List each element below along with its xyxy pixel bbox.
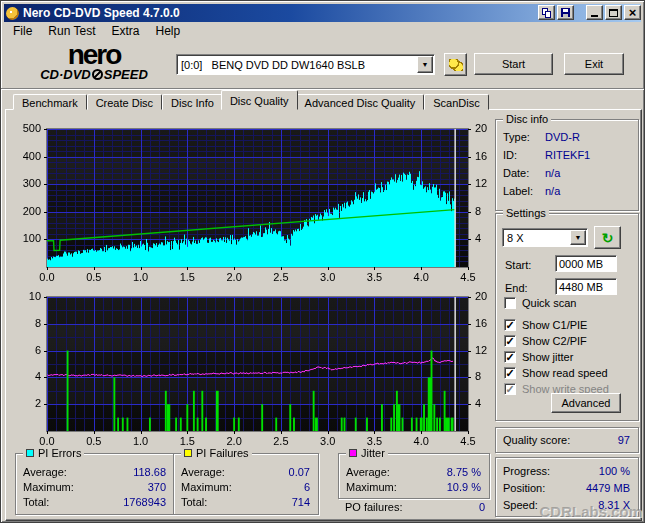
- quality-score-label: Quality score:: [503, 434, 570, 447]
- menubar: File Run Test Extra Help: [5, 23, 188, 40]
- logo-cddvd-text: CD·DVD: [40, 67, 91, 82]
- pi-failures-legend-swatch: [184, 449, 192, 457]
- start-position-input[interactable]: 0000 MB: [555, 255, 617, 272]
- maximize-button[interactable]: [605, 5, 622, 20]
- drive-select-value: [0:0] BENQ DVD DD DW1640 BSLB: [177, 59, 416, 71]
- advanced-button[interactable]: Advanced: [551, 393, 621, 413]
- show-c1-pie-checkbox[interactable]: ✓: [504, 319, 516, 331]
- eject-button[interactable]: [444, 53, 467, 76]
- show-c1-pie-row: ✓ Show C1/PIE: [504, 318, 587, 331]
- settings-title: Settings: [503, 207, 549, 219]
- show-c2-pif-row: ✓ Show C2/PIF: [504, 334, 587, 347]
- disc-info-title: Disc info: [503, 113, 551, 125]
- speed-value: 8.31 X: [598, 499, 630, 512]
- end-position-input[interactable]: 4480 MB: [555, 278, 617, 295]
- chevron-down-icon: ▼: [422, 61, 429, 68]
- exit-button[interactable]: Exit: [564, 53, 624, 75]
- logo-speed-text: SPEED: [104, 67, 148, 82]
- po-failures-label: PO failures:: [345, 501, 402, 514]
- tab-benchmark[interactable]: Benchmark: [13, 94, 87, 110]
- end-position-label: End:: [505, 282, 528, 294]
- show-jitter-checkbox[interactable]: ✓: [504, 351, 516, 363]
- pi-failures-total: 714: [292, 496, 310, 509]
- minimize-button[interactable]: [586, 5, 603, 20]
- speed-row: Speed:8.31 X: [503, 499, 630, 512]
- quality-score-value: 97: [618, 434, 630, 447]
- pi-errors-average: 118.68: [133, 466, 166, 479]
- minimize-icon: [591, 15, 598, 17]
- nero-logo-text: nero: [15, 43, 173, 67]
- pi-errors-maximum: 370: [148, 481, 166, 494]
- eject-icon: [449, 59, 463, 71]
- nero-logo: nero CD·DVD SPEED: [15, 43, 173, 82]
- tab-disc-quality[interactable]: Disc Quality: [221, 90, 298, 110]
- pi-failures-maximum: 6: [304, 481, 310, 494]
- disc-id-row: ID:RITEKF1: [503, 149, 628, 161]
- copy-icon: [542, 8, 551, 18]
- disc-date-value: n/a: [545, 167, 560, 179]
- pi-errors-legend-swatch: [26, 449, 34, 457]
- speed-select-value: 8 X: [503, 232, 569, 244]
- menu-help[interactable]: Help: [148, 22, 189, 41]
- jitter-average: 8.75 %: [447, 466, 481, 479]
- po-failures-value: 0: [479, 501, 485, 514]
- pi-errors-title: PI Errors: [38, 447, 81, 459]
- menu-file[interactable]: File: [5, 22, 40, 41]
- speed-select-arrow[interactable]: ▼: [570, 230, 586, 245]
- jitter-panel: Jitter Average:8.75 % Maximum:10.9 %: [338, 453, 490, 499]
- drive-select-arrow[interactable]: ▼: [417, 56, 433, 73]
- show-read-speed-checkbox[interactable]: ✓: [504, 367, 516, 379]
- close-button[interactable]: ×: [624, 5, 641, 20]
- disc-icon: [92, 69, 103, 80]
- toolbar-separator: [1, 88, 645, 90]
- chevron-down-icon: ▼: [575, 234, 582, 241]
- save-icon: [561, 8, 570, 17]
- quality-score-panel: Quality score: 97: [495, 427, 639, 453]
- app-icon: [6, 7, 19, 20]
- show-jitter-row: ✓ Show jitter: [504, 350, 573, 363]
- tab-create-disc[interactable]: Create Disc: [87, 94, 162, 110]
- show-write-speed-checkbox[interactable]: ✓: [504, 383, 516, 395]
- pi-failures-average: 0.07: [289, 466, 310, 479]
- progress-panel: Progress:100 % Position:4479 MB Speed:8.…: [495, 457, 639, 517]
- disc-type-row: Type:DVD-R: [503, 131, 628, 143]
- save-button[interactable]: [557, 5, 574, 20]
- disc-label-row: Label:n/a: [503, 185, 628, 197]
- pie-read-speed-chart: [9, 119, 489, 285]
- tab-disc-info[interactable]: Disc Info: [162, 94, 223, 110]
- progress-value: 100 %: [599, 465, 630, 478]
- po-failures-row: PO failures: 0: [345, 501, 485, 514]
- window-title: Nero CD-DVD Speed 4.7.0.0: [23, 6, 180, 20]
- tab-strip: Benchmark Create Disc Disc Info Disc Qua…: [13, 91, 489, 110]
- position-value: 4479 MB: [586, 482, 630, 495]
- app-window: Nero CD-DVD Speed 4.7.0.0 × File Run Tes…: [0, 0, 645, 523]
- pi-errors-panel: PI Errors Average:118.68 Maximum:370 Tot…: [15, 453, 175, 515]
- refresh-button[interactable]: ↻: [594, 226, 621, 249]
- jitter-legend-swatch: [349, 449, 357, 457]
- jitter-title: Jitter: [361, 447, 385, 459]
- disc-info-panel: Disc info Type:DVD-R ID:RITEKF1 Date:n/a…: [495, 119, 639, 211]
- tab-scandisc[interactable]: ScanDisc: [424, 94, 488, 110]
- tab-advanced-disc-quality[interactable]: Advanced Disc Quality: [296, 94, 425, 110]
- pi-errors-total: 1768943: [123, 496, 166, 509]
- position-row: Position:4479 MB: [503, 482, 630, 495]
- quick-scan-checkbox[interactable]: ✓: [504, 297, 516, 309]
- copy-button[interactable]: [538, 5, 555, 20]
- drive-select[interactable]: [0:0] BENQ DVD DD DW1640 BSLB ▼: [176, 54, 435, 75]
- show-read-speed-row: ✓ Show read speed: [504, 366, 608, 379]
- start-button[interactable]: Start: [474, 53, 553, 75]
- disc-id-value: RITEKF1: [545, 149, 590, 161]
- maximize-icon: [609, 9, 618, 17]
- disc-label-value: n/a: [545, 185, 560, 197]
- disc-type-value: DVD-R: [545, 131, 580, 143]
- start-position-label: Start:: [505, 259, 531, 271]
- disc-date-row: Date:n/a: [503, 167, 628, 179]
- speed-select[interactable]: 8 X ▼: [502, 228, 588, 247]
- show-c2-pif-checkbox[interactable]: ✓: [504, 335, 516, 347]
- refresh-icon: ↻: [602, 231, 614, 245]
- quick-scan-row: ✓ Quick scan: [504, 296, 576, 309]
- titlebar[interactable]: Nero CD-DVD Speed 4.7.0.0 ×: [4, 4, 641, 22]
- progress-row: Progress:100 %: [503, 465, 630, 478]
- close-icon: ×: [629, 8, 637, 18]
- pi-failures-panel: PI Failures Average:0.07 Maximum:6 Total…: [173, 453, 319, 515]
